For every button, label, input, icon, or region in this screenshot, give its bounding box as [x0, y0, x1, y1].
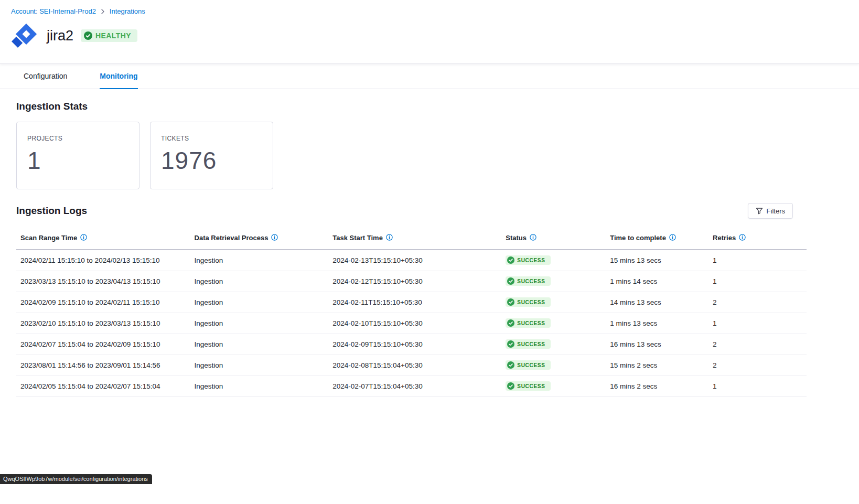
ingestion-logs-table: Scan Range Time Data Retrieval Process T… — [16, 228, 807, 397]
cell-process: Ingestion — [190, 292, 329, 313]
info-icon[interactable] — [271, 234, 278, 242]
cell-task-start: 2024-02-12T15:15:10+05:30 — [328, 271, 501, 292]
cell-retries: 1 — [708, 313, 807, 334]
cell-status: SUCCESS — [501, 376, 606, 397]
integration-header: Account: SEI-Internal-Prod2 Integrations… — [0, 0, 859, 64]
health-status-badge: HEALTHY — [81, 29, 137, 42]
stat-cards: PROJECTS 1 TICKETS 1976 — [16, 122, 807, 189]
breadcrumb-integrations-link[interactable]: Integrations — [110, 7, 145, 15]
cell-scan-range: 2024/02/05 15:15:04 to 2024/02/07 15:15:… — [16, 376, 190, 397]
cell-time-to-complete: 16 mins 13 secs — [606, 334, 708, 355]
tab-bar: Configuration Monitoring — [0, 64, 859, 89]
status-badge-label: SUCCESS — [517, 383, 545, 389]
breadcrumb-chevron-icon — [100, 9, 105, 14]
cell-retries: 2 — [708, 355, 807, 376]
table-row: 2024/02/05 15:15:04 to 2024/02/07 15:15:… — [16, 376, 807, 397]
cell-time-to-complete: 14 mins 13 secs — [606, 292, 708, 313]
jira-logo-icon — [11, 22, 39, 50]
cell-process: Ingestion — [190, 355, 329, 376]
table-header-row: Scan Range Time Data Retrieval Process T… — [16, 228, 807, 250]
tab-configuration[interactable]: Configuration — [24, 64, 67, 89]
cell-status: SUCCESS — [501, 355, 606, 376]
cell-scan-range: 2023/08/01 15:14:56 to 2023/09/01 15:14:… — [16, 355, 190, 376]
projects-stat-value: 1 — [27, 146, 128, 175]
cell-status: SUCCESS — [501, 292, 606, 313]
cell-status: SUCCESS — [501, 271, 606, 292]
cell-retries: 1 — [708, 376, 807, 397]
column-header-data-retrieval-process: Data Retrieval Process — [190, 228, 329, 250]
column-header-time-to-complete: Time to complete — [606, 228, 708, 250]
cell-time-to-complete: 1 mins 13 secs — [606, 313, 708, 334]
cell-scan-range: 2024/02/09 15:15:10 to 2024/02/11 15:15:… — [16, 292, 190, 313]
projects-stat-card: PROJECTS 1 — [16, 122, 139, 189]
cell-task-start: 2024-02-08T15:15:04+05:30 — [328, 355, 501, 376]
info-icon[interactable] — [386, 234, 393, 242]
status-badge: SUCCESS — [506, 276, 550, 286]
tab-monitoring[interactable]: Monitoring — [100, 64, 137, 89]
cell-process: Ingestion — [190, 271, 329, 292]
cell-process: Ingestion — [190, 376, 329, 397]
column-header-status: Status — [501, 228, 606, 250]
cell-scan-range: 2023/02/10 15:15:10 to 2023/03/13 15:15:… — [16, 313, 190, 334]
cell-retries: 1 — [708, 271, 807, 292]
cell-scan-range: 2024/02/07 15:15:04 to 2024/02/09 15:15:… — [16, 334, 190, 355]
projects-stat-label: PROJECTS — [27, 135, 128, 142]
info-icon[interactable] — [739, 234, 746, 242]
table-row: 2024/02/11 15:15:10 to 2024/02/13 15:15:… — [16, 250, 807, 271]
table-row: 2023/03/13 15:15:10 to 2023/04/13 15:15:… — [16, 271, 807, 292]
filter-funnel-icon — [756, 207, 763, 215]
column-header-scan-range-time: Scan Range Time — [16, 228, 190, 250]
cell-time-to-complete: 16 mins 2 secs — [606, 376, 708, 397]
table-row: 2024/02/07 15:15:04 to 2024/02/09 15:15:… — [16, 334, 807, 355]
cell-time-to-complete: 15 mins 13 secs — [606, 250, 708, 271]
health-status-label: HEALTHY — [95, 31, 131, 40]
table-row: 2024/02/09 15:15:10 to 2024/02/11 15:15:… — [16, 292, 807, 313]
breadcrumb: Account: SEI-Internal-Prod2 Integrations — [11, 7, 859, 15]
cell-status: SUCCESS — [501, 334, 606, 355]
info-icon[interactable] — [669, 234, 676, 242]
status-badge-label: SUCCESS — [517, 278, 545, 284]
cell-task-start: 2024-02-13T15:15:10+05:30 — [328, 250, 501, 271]
tickets-stat-label: TICKETS — [161, 135, 262, 142]
tickets-stat-card: TICKETS 1976 — [150, 122, 273, 189]
status-badge-label: SUCCESS — [517, 258, 545, 263]
cell-retries: 1 — [708, 250, 807, 271]
cell-task-start: 2024-02-11T15:15:10+05:30 — [328, 292, 501, 313]
cell-task-start: 2024-02-07T15:15:04+05:30 — [328, 376, 501, 397]
status-badge: SUCCESS — [506, 381, 550, 391]
cell-process: Ingestion — [190, 313, 329, 334]
ingestion-logs-header: Ingestion Logs Filters — [16, 203, 807, 219]
integration-title: jira2 — [47, 28, 73, 44]
cell-scan-range: 2024/02/11 15:15:10 to 2024/02/13 15:15:… — [16, 250, 190, 271]
column-header-retries: Retries — [708, 228, 807, 250]
status-badge: SUCCESS — [506, 255, 550, 265]
ingestion-logs-heading: Ingestion Logs — [16, 205, 87, 217]
filters-button-label: Filters — [767, 207, 785, 215]
main-content: Ingestion Stats PROJECTS 1 TICKETS 1976 … — [0, 89, 859, 397]
cell-retries: 2 — [708, 334, 807, 355]
check-circle-icon — [84, 31, 92, 40]
status-badge: SUCCESS — [506, 297, 550, 307]
cell-time-to-complete: 1 mins 14 secs — [606, 271, 708, 292]
status-badge: SUCCESS — [506, 360, 550, 370]
cell-task-start: 2024-02-10T15:15:10+05:30 — [328, 313, 501, 334]
status-badge-label: SUCCESS — [517, 341, 545, 347]
status-badge-label: SUCCESS — [517, 320, 545, 326]
filters-button[interactable]: Filters — [748, 203, 793, 219]
status-badge-label: SUCCESS — [517, 299, 545, 305]
cell-process: Ingestion — [190, 250, 329, 271]
table-row: 2023/08/01 15:14:56 to 2023/09/01 15:14:… — [16, 355, 807, 376]
status-badge: SUCCESS — [506, 339, 550, 349]
cell-status: SUCCESS — [501, 250, 606, 271]
cell-scan-range: 2023/03/13 15:15:10 to 2023/04/13 15:15:… — [16, 271, 190, 292]
info-icon[interactable] — [530, 234, 536, 242]
status-badge: SUCCESS — [506, 318, 550, 328]
info-icon[interactable] — [80, 234, 87, 242]
table-row: 2023/02/10 15:15:10 to 2023/03/13 15:15:… — [16, 313, 807, 334]
cell-time-to-complete: 15 mins 2 secs — [606, 355, 708, 376]
cell-retries: 2 — [708, 292, 807, 313]
cell-task-start: 2024-02-09T15:15:10+05:30 — [328, 334, 501, 355]
tickets-stat-value: 1976 — [161, 146, 262, 175]
breadcrumb-account-link[interactable]: Account: SEI-Internal-Prod2 — [11, 7, 96, 15]
cell-status: SUCCESS — [501, 313, 606, 334]
